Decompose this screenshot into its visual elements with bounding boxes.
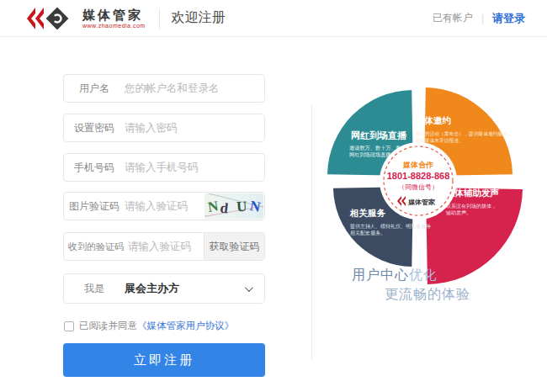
center-disc: [380, 142, 457, 220]
captcha-char: N: [206, 199, 219, 215]
image-captcha-field[interactable]: 图片验证码 N d U N: [63, 192, 265, 220]
captcha-image[interactable]: N d U N: [204, 193, 263, 219]
sms-code-label: 收到的验证码: [64, 241, 128, 253]
captcha-char: N: [249, 199, 262, 215]
login-link[interactable]: 请登录: [492, 11, 525, 26]
segment-title: 相关服务: [349, 208, 386, 218]
segment-desc: 联系没有到场的媒体，: [446, 203, 497, 209]
center-note: （同微信号）: [398, 183, 438, 191]
header-divider: [159, 8, 160, 29]
center-phone: 1801-8828-868: [387, 171, 450, 181]
password-input[interactable]: [125, 122, 264, 134]
chevron-down-icon: [245, 283, 253, 292]
brand-url: www.zhaomedia.com: [82, 23, 146, 29]
tagline-part2: 优化: [409, 268, 438, 282]
agreement-row: 已阅读并同意 《媒体管家用户协议》: [64, 320, 234, 332]
username-input[interactable]: [125, 82, 264, 94]
page-title: 欢迎注册: [172, 9, 226, 27]
brand-logo-icon: [25, 6, 77, 31]
header: 媒体管家 www.zhaomedia.com 欢迎注册 已有帐户 | 请登录: [0, 0, 547, 37]
role-select[interactable]: 我是 展会主办方: [63, 273, 265, 304]
header-separator: |: [481, 13, 484, 24]
password-label: 设置密码: [64, 121, 125, 135]
phone-input[interactable]: [125, 162, 264, 173]
agreement-text: 已阅读并同意: [79, 320, 137, 332]
role-value: 展会主办方: [125, 281, 179, 296]
captcha-char: U: [236, 199, 247, 214]
phone-field[interactable]: 手机号码: [63, 153, 265, 182]
brand-name: 媒体管家: [82, 8, 146, 21]
sms-code-input[interactable]: [128, 241, 204, 252]
phone-label: 手机号码: [64, 161, 125, 175]
content-divider: [311, 105, 312, 360]
segment-title: 网红到场直播: [351, 130, 407, 140]
username-field[interactable]: 用户名: [63, 74, 265, 103]
captcha-char: d: [220, 200, 229, 215]
segment-desc: 相关配套服务。: [350, 230, 385, 236]
tagline-part1: 用户中心: [352, 268, 409, 282]
sms-code-field[interactable]: 收到的验证码 获取验证码: [63, 232, 265, 261]
tagline-line2: 更流畅的体验: [385, 286, 470, 304]
tagline-line1: 用户中心优化: [352, 267, 438, 284]
brand-logo[interactable]: 媒体管家 www.zhaomedia.com: [25, 6, 146, 31]
image-captcha-label: 图片验证码: [64, 199, 125, 214]
username-label: 用户名: [64, 82, 125, 96]
segment-desc: 邀请媒体来采访报道。: [415, 137, 464, 143]
agreement-checkbox[interactable]: [64, 321, 74, 331]
register-button[interactable]: 立即注册: [63, 343, 265, 377]
segment-title: 媒体邀约: [415, 115, 451, 125]
register-page: 媒体管家 www.zhaomedia.com 欢迎注册 已有帐户 | 请登录 用…: [0, 0, 547, 392]
role-label: 我是: [64, 282, 125, 296]
center-brand-name: 媒体管家: [407, 198, 436, 206]
segment-desc: 辅助发声。: [446, 209, 471, 216]
segment-desc: 提供主持人、模特礼仪、明星邀请等: [350, 223, 431, 230]
image-captcha-input[interactable]: [125, 200, 204, 212]
have-account-label: 已有帐户: [433, 11, 473, 25]
center-title: 媒体合作: [402, 161, 433, 169]
agreement-link[interactable]: 《媒体管家用户协议》: [137, 320, 234, 332]
segment-desc: 为您的活动（发布会），提供媒体邀约服务，: [414, 130, 512, 137]
get-code-button[interactable]: 获取验证码: [204, 233, 264, 260]
password-field[interactable]: 设置密码: [63, 114, 265, 142]
